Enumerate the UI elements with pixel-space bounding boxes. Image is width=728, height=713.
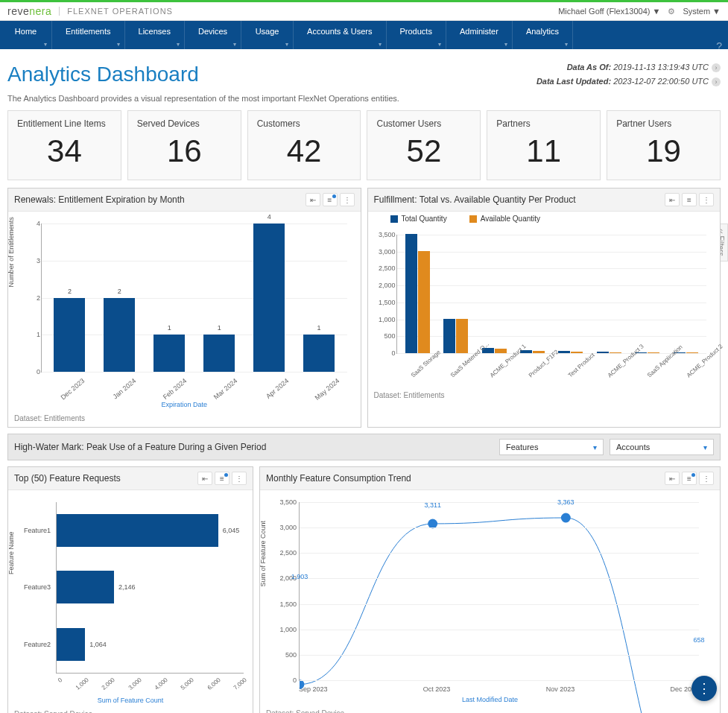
more-icon[interactable]: ⋮ (699, 193, 714, 206)
topbar: revenera FLEXNET OPERATIONS Michael Goff… (0, 0, 728, 21)
high-water-title: High-Water Mark: Peak Use of a Feature D… (14, 442, 266, 452)
svg-point-0 (300, 679, 304, 689)
y-axis-label: Sum of Feature Count (259, 521, 267, 587)
select-features[interactable]: Features▾ (499, 439, 604, 455)
reset-icon[interactable]: ⇤ (665, 472, 680, 485)
reset-icon[interactable]: ⇤ (665, 193, 680, 206)
system-menu[interactable]: System ▼ (683, 7, 721, 16)
panel-title: Renewals: Entitlement Expiration by Mont… (14, 194, 185, 205)
high-water-bar: High-Water Mark: Peak Use of a Feature D… (7, 434, 721, 460)
kpi-customer-users: Customer Users52 (367, 110, 481, 180)
nav-accounts-users[interactable]: Accounts & Users▾ (294, 21, 386, 49)
filter-icon[interactable]: ≡ (323, 193, 338, 206)
y-axis-label: Feature Name (7, 531, 15, 574)
chevron-down-icon: ▾ (703, 443, 707, 451)
user-menu[interactable]: Michael Goff (Flex13004) ▼ (558, 7, 660, 16)
svg-point-2 (561, 513, 571, 523)
select-accounts[interactable]: Accounts▾ (610, 439, 714, 455)
chevron-right-icon[interactable]: › (712, 63, 721, 72)
x-axis-label: Expiration Date (14, 401, 355, 408)
reset-icon[interactable]: ⇤ (306, 193, 320, 206)
panel-title: Monthly Feature Consumption Trend (266, 473, 411, 484)
panel-top-50: Top (50) Feature Requests ⇤ ≡ ⋮ Feature … (7, 466, 253, 713)
top50-chart: Feature1Feature3Feature2 6,0452,1461,064 (56, 502, 244, 674)
page-description: The Analytics Dashboard provides a visua… (7, 94, 721, 103)
panel-title: Top (50) Feature Requests (14, 473, 121, 484)
nav-administer[interactable]: Administer▾ (446, 21, 513, 49)
trend-chart: 05001,0001,5002,0002,5003,0003,500 1,903… (299, 502, 699, 681)
legend-total: Total Quantity (390, 215, 447, 223)
reset-icon[interactable]: ⇤ (197, 472, 212, 485)
kpi-served-devices: Served Devices16 (127, 110, 241, 180)
panel-renewals: Renewals: Entitlement Expiration by Mont… (7, 188, 361, 428)
filter-icon[interactable]: ≡ (682, 472, 697, 485)
app-name: FLEXNET OPERATIONS (59, 7, 173, 16)
kpi-entitlement-line-items: Entitlement Line Items34 (7, 110, 121, 180)
nav-entitlements[interactable]: Entitlements▾ (52, 21, 125, 49)
page-title: Analytics Dashboard (7, 63, 199, 86)
gear-icon[interactable]: ⚙ (668, 7, 675, 16)
chevron-right-icon[interactable]: › (712, 77, 721, 86)
nav-devices[interactable]: Devices▾ (185, 21, 241, 49)
kpi-partners: Partners11 (487, 110, 601, 180)
main-nav: Home▾ Entitlements▾ Licenses▾ Devices▾ U… (0, 21, 728, 49)
nav-products[interactable]: Products▾ (387, 21, 446, 49)
nav-analytics[interactable]: Analytics▾ (513, 21, 573, 49)
kpi-customers: Customers42 (247, 110, 361, 180)
x-axis-label: Sum of Feature Count (14, 697, 247, 704)
nav-home[interactable]: Home▾ (0, 21, 52, 49)
kpi-row: Entitlement Line Items34 Served Devices1… (7, 110, 721, 180)
filter-icon[interactable]: ≡ (682, 193, 697, 206)
nav-usage[interactable]: Usage▾ (241, 21, 294, 49)
nav-licenses[interactable]: Licenses▾ (125, 21, 185, 49)
filter-icon[interactable]: ≡ (215, 472, 230, 485)
fulfillment-chart: 05001,0001,5002,0002,5003,0003,500 (396, 235, 707, 354)
panel-trend: Monthly Feature Consumption Trend ⇤ ≡ ⋮ … (259, 466, 721, 713)
chevron-down-icon: ▾ (593, 443, 597, 451)
kpi-partner-users: Partner Users19 (607, 110, 721, 180)
more-icon[interactable]: ⋮ (232, 472, 247, 485)
renewals-chart: 01234221141 (41, 224, 347, 373)
legend-available: Available Quantity (469, 215, 540, 223)
more-icon[interactable]: ⋮ (699, 472, 714, 485)
help-icon[interactable]: ? (716, 40, 722, 52)
dataset-label: Dataset: Entitlements (8, 411, 361, 427)
brand-logo: revenera (7, 5, 51, 17)
more-icon[interactable]: ⋮ (340, 193, 355, 206)
y-axis-label: Number of Entitlements (7, 217, 15, 287)
fab-button[interactable]: ⋮ (691, 676, 717, 701)
panel-fulfillment: Fulfillment: Total vs. Available Quantit… (367, 188, 721, 428)
panel-title: Fulfillment: Total vs. Available Quantit… (374, 194, 576, 205)
data-timestamps: Data As Of: 2019-11-13 13:19:43 UTC› Dat… (536, 63, 721, 86)
dataset-label: Dataset: Served Device (8, 707, 253, 713)
